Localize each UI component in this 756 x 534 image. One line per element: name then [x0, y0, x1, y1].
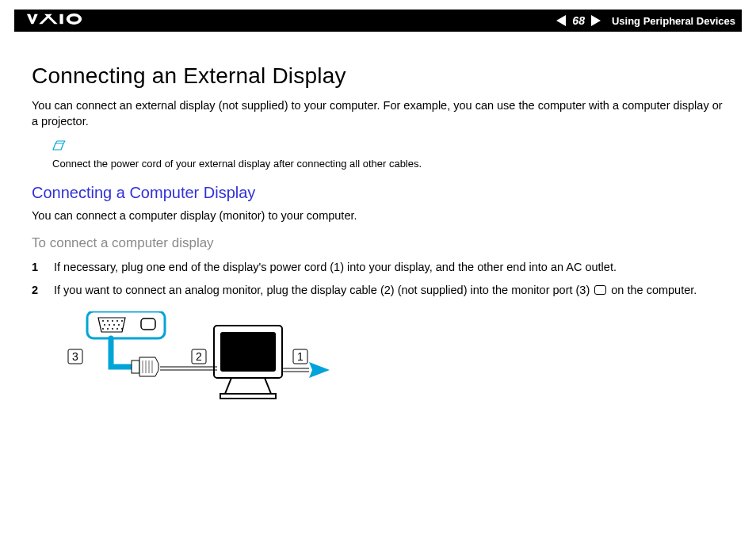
- note-text: Connect the power cord of your external …: [52, 158, 422, 170]
- svg-marker-31: [309, 362, 330, 378]
- svg-point-5: [116, 320, 118, 322]
- svg-rect-26: [220, 394, 276, 399]
- vaio-logo: [21, 12, 108, 29]
- svg-point-8: [109, 324, 110, 326]
- diagram-label-3: 3: [72, 350, 78, 363]
- diagram-label-1: 1: [297, 350, 304, 363]
- note-pencil-icon: [52, 140, 724, 154]
- svg-point-2: [102, 320, 104, 322]
- svg-point-4: [112, 320, 113, 322]
- svg-rect-17: [132, 360, 139, 373]
- monitor-port-icon: [594, 285, 606, 295]
- svg-rect-16: [141, 318, 155, 330]
- step-1: If necessary, plug one end of the displa…: [32, 259, 724, 276]
- svg-rect-1: [87, 311, 165, 338]
- svg-point-14: [116, 328, 118, 330]
- svg-point-13: [112, 328, 113, 330]
- svg-point-6: [121, 320, 123, 322]
- connection-diagram: 3 2 1: [55, 311, 724, 418]
- step-2: If you want to connect an analog monitor…: [32, 282, 724, 299]
- page-title: Connecting an External Display: [32, 63, 724, 89]
- svg-point-9: [113, 324, 115, 326]
- step-2-text-a: If you want to connect an analog monitor…: [54, 284, 593, 296]
- svg-rect-25: [220, 332, 276, 372]
- sub-intro: You can connect a computer display (moni…: [32, 208, 724, 224]
- header-bar: 68 Using Peripheral Devices: [14, 10, 742, 32]
- svg-rect-0: [59, 14, 63, 24]
- svg-point-12: [107, 328, 109, 330]
- intro-paragraph: You can connect an external display (not…: [32, 98, 724, 129]
- subheading: Connecting a Computer Display: [32, 184, 724, 202]
- svg-point-15: [121, 328, 123, 330]
- diagram-label-2: 2: [196, 350, 202, 363]
- prev-page-arrow-icon[interactable]: [556, 15, 566, 26]
- step-2-text-b: on the computer.: [608, 284, 697, 296]
- svg-point-10: [118, 324, 120, 326]
- page-content: Connecting an External Display You can c…: [32, 63, 724, 418]
- page-number: 68: [571, 14, 586, 27]
- svg-point-3: [107, 320, 109, 322]
- step-list: If necessary, plug one end of the displa…: [32, 259, 724, 299]
- section-title: Using Peripheral Devices: [612, 15, 735, 27]
- svg-point-7: [104, 324, 105, 326]
- note-block: Connect the power cord of your external …: [52, 140, 724, 171]
- next-page-arrow-icon[interactable]: [591, 15, 601, 26]
- task-heading: To connect a computer display: [32, 235, 724, 251]
- svg-point-11: [102, 328, 104, 330]
